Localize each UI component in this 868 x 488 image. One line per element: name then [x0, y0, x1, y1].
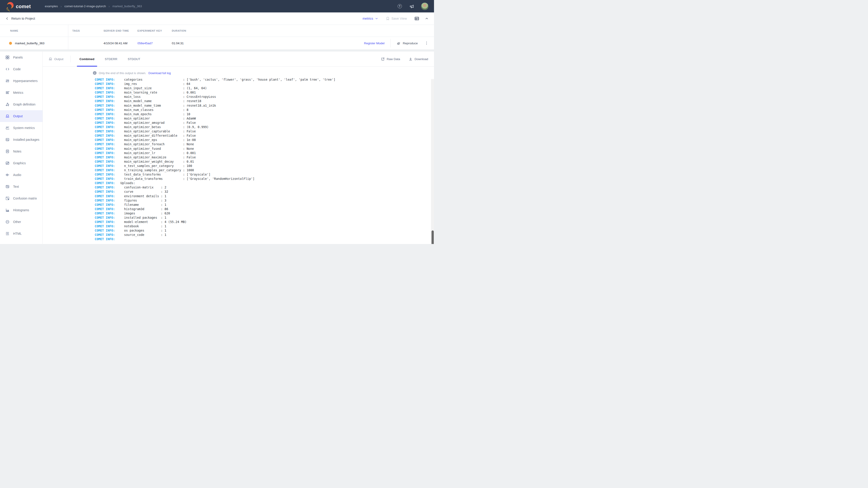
sidebar-item-text[interactable]: Text [0, 181, 42, 193]
log-line: COMET INFO: categories : ['bush', 'cactu… [95, 77, 434, 82]
save-view-button[interactable]: Save View [386, 17, 407, 21]
log-line: COMET INFO: main_model_name_timm : resne… [95, 103, 434, 108]
log-line: COMET INFO: main_num_classes : 8 [95, 108, 434, 112]
help-button[interactable]: ? [397, 3, 403, 9]
experiment-server-end-time: 4/10/24 08:41 AM [99, 41, 133, 45]
log-line: COMET INFO: main_optimizer_differentiabl… [95, 133, 434, 138]
row-menu-button[interactable] [424, 40, 430, 46]
breadcrumb-separator-icon: › [61, 4, 62, 8]
tab-stdout[interactable]: STDOUT [125, 52, 143, 66]
info-icon: i [93, 71, 96, 75]
sidebar-item-code[interactable]: Code [0, 63, 42, 75]
log-line: COMET INFO: notebook : 1 [95, 224, 434, 228]
sidebar-item-audio[interactable]: Audio [0, 169, 42, 181]
external-link-icon [381, 57, 385, 61]
kebab-menu-icon [425, 41, 429, 45]
sidebar-item-html[interactable]: HTML HTML [0, 228, 42, 239]
column-header-duration: DURATION [168, 29, 202, 32]
folder-icon [5, 243, 9, 244]
reproduce-button[interactable]: Reproduce [397, 41, 418, 45]
tab-stderr[interactable]: STDERR [102, 52, 120, 66]
tab-combined[interactable]: Combined [77, 52, 97, 66]
experiment-key-link[interactable]: 056e45ad7 [137, 41, 153, 45]
return-to-project-label: Return to Project [11, 17, 35, 20]
sidebar-item-label: Notes [13, 150, 22, 153]
sidebar-item-label: Metrics [13, 91, 23, 94]
sidebar-item-installed-packages[interactable]: Py Installed packages [0, 134, 42, 145]
log-line: COMET INFO: main_model_name : resnet18 [95, 99, 434, 103]
log-line: COMET INFO: environment details : 1 [95, 194, 434, 198]
sidebar-item-label: Code [13, 67, 21, 71]
sidebar-item-histograms[interactable]: Histograms [0, 204, 42, 216]
experiment-sidebar: Panels Code Hyperparameters Metrics Grap… [0, 52, 43, 244]
sidebar-item-output[interactable]: Output [0, 110, 42, 122]
sliders-icon [5, 79, 9, 83]
sidebar-item-label: System metrics [13, 126, 35, 130]
log-line: COMET INFO: curve : 32 [95, 190, 434, 194]
output-icon [5, 114, 9, 118]
sidebar-item-assets-artifacts[interactable]: Assets & Artifacts [0, 239, 42, 244]
sidebar-item-panels[interactable]: Panels [0, 52, 42, 63]
sidebar-item-label: Graph definition [13, 103, 35, 106]
log-line: COMET INFO: main_optimizer : AdamW [95, 116, 434, 121]
fingerprint-icon [397, 41, 401, 45]
sidebar-item-other[interactable]: Other [0, 216, 42, 228]
log-line: COMET INFO: main_optimizer_fused : None [95, 147, 434, 151]
sidebar-item-hyperparameters[interactable]: Hyperparameters [0, 75, 42, 87]
breadcrumb-experiment[interactable]: marked_butterfly_363 [112, 4, 142, 8]
download-button[interactable]: Download [409, 57, 428, 61]
sidebar-item-graph-definition[interactable]: Graph definition [0, 98, 42, 110]
log-line: COMET INFO: confusion-matrix : 2 [95, 185, 434, 190]
sidebar-item-label: Hyperparameters [13, 79, 37, 83]
log-line: COMET INFO: main_optimizer_betas : (0.9,… [95, 125, 434, 129]
view-selector-dropdown[interactable]: metrics [363, 17, 378, 20]
log-line: COMET INFO: img_res : 64 [95, 82, 434, 86]
log-line: COMET INFO: main_input_size : (1, 64, 64… [95, 86, 434, 90]
sidebar-item-graphics[interactable]: Graphics [0, 157, 42, 169]
column-header-tags: TAGS [68, 29, 99, 32]
html-icon: HTML [5, 232, 9, 236]
return-to-project-link[interactable]: Return to Project [5, 17, 35, 20]
log-line: COMET INFO: main_optimizer_foreach : Non… [95, 142, 434, 147]
code-icon [5, 67, 9, 71]
breadcrumb-workspace[interactable]: examples [45, 4, 58, 8]
table-view-button[interactable] [414, 16, 419, 21]
chevron-up-icon [425, 17, 429, 20]
sidebar-item-metrics[interactable]: Metrics [0, 87, 42, 98]
breadcrumb-project[interactable]: comet-tutorial-2-image-pytorch [64, 4, 106, 8]
user-avatar[interactable] [421, 2, 429, 10]
sidebar-item-label: Audio [13, 173, 21, 177]
sidebar-item-confusion-matrix[interactable]: Confusion matrix [0, 193, 42, 204]
experiment-table: NAME TAGS SERVER END TIME EXPERIMENT KEY… [0, 25, 434, 50]
svg-text:Py: Py [6, 139, 8, 141]
svg-text:HTML: HTML [6, 233, 9, 234]
log-line: COMET INFO: installed packages : 1 [95, 216, 434, 220]
sidebar-item-notes[interactable]: Notes [0, 145, 42, 157]
divider [0, 50, 434, 52]
log-line: COMET INFO: test_data_transforms : ['Gra… [95, 172, 434, 177]
announcements-button[interactable] [409, 3, 415, 9]
sidebar-item-system-metrics[interactable]: System metrics [0, 122, 42, 134]
collapse-row-button[interactable] [425, 17, 429, 20]
experiment-duration: 01:04:31 [168, 41, 202, 45]
scrollbar-thumb[interactable] [432, 230, 434, 244]
log-line: COMET INFO: n_training_samples_per_categ… [95, 168, 434, 172]
chevron-down-icon [375, 17, 378, 20]
top-navbar: comet examples › comet-tutorial-2-image-… [0, 0, 434, 12]
experiment-name: marked_butterfly_363 [15, 41, 44, 45]
table-layout-icon [414, 16, 419, 21]
histogram-icon [5, 208, 9, 212]
experiment-row[interactable]: marked_butterfly_363 4/10/24 08:41 AM 05… [0, 37, 434, 50]
register-model-button[interactable]: Register Model [364, 41, 384, 45]
log-line: COMET INFO: figures : 3 [95, 198, 434, 203]
vertical-scrollbar[interactable] [431, 79, 434, 244]
truncation-notice: i Only the end of this output is shown. … [93, 71, 434, 75]
download-full-log-link[interactable]: Download full log [149, 71, 171, 75]
view-selector-value: metrics [363, 17, 373, 20]
log-line: COMET INFO: n_test_samples_per_category … [95, 164, 434, 168]
comet-logo[interactable]: comet [5, 1, 31, 11]
raw-data-button[interactable]: Raw Data [381, 57, 400, 61]
megaphone-icon [409, 4, 414, 9]
status-dot [9, 42, 12, 45]
sidebar-item-label: Text [13, 185, 19, 188]
